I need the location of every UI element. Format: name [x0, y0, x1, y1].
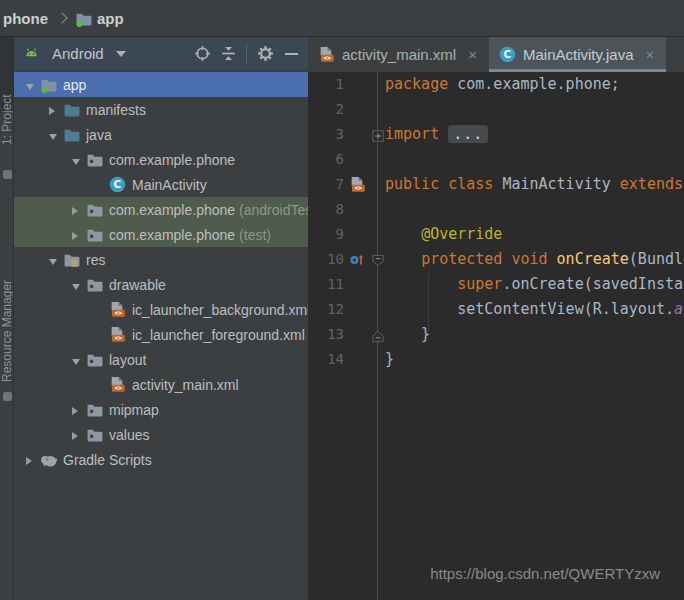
tree-expander-icon[interactable] — [49, 127, 63, 143]
tree-item-mainactivity[interactable]: CMainActivity — [14, 172, 308, 197]
code-text: package com.example.phone; — [370, 72, 620, 97]
code-line-10: 10 protected void onCreate(Bundle savedI… — [308, 247, 684, 272]
line-number: 1 — [308, 72, 344, 97]
folder-teal-icon — [63, 101, 80, 118]
tree-item-com-example-phone[interactable]: com.example.phone — [14, 147, 308, 172]
fold-marker-bottom-icon[interactable] — [371, 327, 386, 352]
fold-marker-plus-icon[interactable] — [371, 127, 386, 152]
fold-marker-top-icon[interactable] — [371, 252, 386, 277]
tree-item-com-example-phone[interactable]: com.example.phone(androidTest) — [14, 197, 308, 222]
class-icon: C — [499, 46, 516, 63]
tree-item-label: ic_launcher_background.xml — [132, 302, 308, 318]
tree-item-label: activity_main.xml — [132, 377, 239, 393]
code-editor[interactable]: 1package com.example.phone;23import ...6… — [308, 72, 684, 600]
tree-item-label: layout — [109, 352, 146, 368]
tree-expander-icon[interactable] — [72, 202, 86, 218]
gutter-icon-spacer — [344, 222, 370, 247]
tree-item-label: app — [63, 77, 86, 93]
tree-item-activity-main-xml[interactable]: <>activity_main.xml — [14, 372, 308, 397]
stripe-label-resource-manager[interactable]: Resource Manager — [0, 280, 14, 382]
tree-item-com-example-phone[interactable]: com.example.phone(test) — [14, 222, 308, 247]
tree-item-mipmap[interactable]: mipmap — [14, 397, 308, 422]
tree-item-gradle-scripts[interactable]: Gradle Scripts — [14, 447, 308, 472]
editor-area: <>activity_main.xml×CMainActivity.java× … — [308, 37, 684, 600]
line-number: 14 — [308, 347, 344, 372]
android-icon — [18, 41, 44, 67]
tree-item-ic-launcher-background-xml[interactable]: <>ic_launcher_background.xml — [14, 297, 308, 322]
tree-expander-icon[interactable] — [72, 152, 86, 168]
tree-item-suffix: (androidTest) — [239, 202, 308, 218]
tree-expander-icon[interactable] — [72, 227, 86, 243]
chevron-down-icon[interactable] — [116, 51, 126, 57]
overriding-method-gutter-icon[interactable] — [344, 247, 370, 272]
project-tool-window: Android appmanifestsjavacom.example.phon… — [14, 37, 309, 600]
settings-gear-button[interactable] — [252, 41, 278, 67]
breadcrumb-module[interactable]: app — [97, 10, 124, 27]
tree-item-label: java — [86, 127, 112, 143]
xml-icon: <> — [109, 376, 126, 393]
svg-text:C: C — [504, 48, 512, 61]
related-xml-file-gutter-icon[interactable]: <> — [344, 172, 370, 197]
tree-item-label: MainActivity — [132, 177, 207, 193]
tree-expander-icon[interactable] — [49, 102, 63, 118]
close-tab-icon[interactable]: × — [646, 47, 655, 62]
svg-text:<>: <> — [115, 334, 123, 342]
gutter-icon-spacer — [344, 122, 370, 147]
stripe-tool-icon[interactable] — [3, 170, 12, 179]
hide-tool-window-button[interactable] — [278, 41, 304, 67]
tree-expander-icon[interactable] — [72, 277, 86, 293]
code-text: protected void onCreate(Bundle savedInst… — [370, 247, 684, 272]
tree-item-label: manifests — [86, 102, 146, 118]
editor-tab-mainactivity-java[interactable]: CMainActivity.java× — [489, 37, 666, 72]
folder-app-icon — [40, 76, 57, 93]
tree-item-ic-launcher-foreground-xml[interactable]: <>ic_launcher_foreground.xml — [14, 322, 308, 347]
tree-expander-icon[interactable] — [72, 352, 86, 368]
tree-item-manifests[interactable]: manifests — [14, 97, 308, 122]
breadcrumb-chevron-icon — [56, 12, 67, 23]
tree-expander-icon[interactable] — [26, 452, 40, 468]
breadcrumb-project[interactable]: phone — [3, 10, 48, 27]
gutter-icon-spacer — [344, 97, 370, 122]
view-selector[interactable]: Android — [52, 45, 104, 62]
line-number: 6 — [308, 147, 344, 172]
code-line-13: 13 } — [308, 322, 684, 347]
close-tab-icon[interactable]: × — [468, 47, 477, 62]
tree-item-app[interactable]: app — [14, 72, 308, 97]
code-text — [370, 197, 385, 222]
tree-item-java[interactable]: java — [14, 122, 308, 147]
collapse-all-button[interactable] — [215, 41, 241, 67]
tree-item-label: ic_launcher_foreground.xml — [132, 327, 305, 343]
tree-expander-icon[interactable] — [26, 77, 40, 93]
tree-item-label: com.example.phone — [109, 152, 235, 168]
locate-file-button[interactable] — [189, 41, 215, 67]
code-line-14: 14} — [308, 347, 684, 372]
line-number: 10 — [308, 247, 344, 272]
code-line-6: 6 — [308, 147, 684, 172]
tool-window-stripe: 1: ProjectResource ManagerStructure — [0, 37, 14, 600]
line-number: 2 — [308, 97, 344, 122]
line-number: 9 — [308, 222, 344, 247]
watermark-text: https://blog.csdn.net/QWERTYzxw — [430, 565, 660, 582]
gutter-icon-spacer — [344, 297, 370, 322]
editor-tab-activity-main-xml[interactable]: <>activity_main.xml× — [308, 37, 489, 72]
tree-expander-icon[interactable] — [72, 427, 86, 443]
tree-expander-icon[interactable] — [72, 402, 86, 418]
code-line-11: 11 super.onCreate(savedInstanceState); — [308, 272, 684, 297]
tree-item-res[interactable]: res — [14, 247, 308, 272]
line-number: 11 — [308, 272, 344, 297]
gutter-icon-spacer — [344, 147, 370, 172]
tree-item-layout[interactable]: layout — [14, 347, 308, 372]
stripe-label--project[interactable]: 1: Project — [0, 94, 14, 145]
editor-tab-bar: <>activity_main.xml×CMainActivity.java× — [308, 37, 684, 72]
toolbar-divider — [246, 44, 247, 64]
tree-item-values[interactable]: values — [14, 422, 308, 447]
code-line-1: 1package com.example.phone; — [308, 72, 684, 97]
svg-text:<>: <> — [354, 184, 362, 192]
svg-text:<>: <> — [324, 54, 332, 62]
android-studio-window: phone app 1: ProjectResource ManagerStru… — [0, 0, 684, 600]
code-line-2: 2 — [308, 97, 684, 122]
tree-expander-icon[interactable] — [49, 252, 63, 268]
project-tool-header: Android — [14, 37, 308, 70]
stripe-tool-icon[interactable] — [3, 392, 12, 401]
tree-item-drawable[interactable]: drawable — [14, 272, 308, 297]
